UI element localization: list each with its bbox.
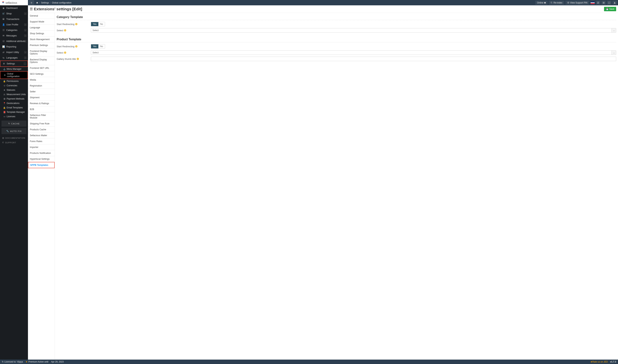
languages-icon: ⇆	[2, 56, 5, 59]
nav-email-templates[interactable]: 🔒Email Templates	[0, 105, 28, 110]
home-icon[interactable]	[36, 2, 38, 4]
nav-messages[interactable]: ✉Messages+	[0, 33, 28, 39]
toggle-yes[interactable]: Yes	[91, 44, 98, 48]
nav-statuses[interactable]: ★Statuses	[0, 88, 28, 92]
tab-frontend-display[interactable]: Frontend Display Options	[28, 48, 55, 57]
tab-sellacious-mailer[interactable]: Sellacious Mailer	[28, 132, 55, 138]
star-icon: ★	[26, 361, 27, 363]
nav-geolocations[interactable]: 📍Geolocations	[0, 101, 28, 105]
tab-frontend-sef[interactable]: Frontend SEF URL	[28, 65, 55, 71]
info-icon[interactable]: i	[64, 29, 66, 31]
tab-premium-settings[interactable]: Premium Settings	[28, 42, 55, 48]
tab-hyperlocal-settings[interactable]: Hyperlocal Settings	[28, 156, 55, 162]
tab-registration[interactable]: Registration	[28, 83, 55, 89]
expand-icon[interactable]: +	[24, 35, 26, 37]
input-gallery-thumb-title[interactable]	[91, 57, 616, 61]
tab-backend-display[interactable]: Backend Display Options	[28, 57, 55, 65]
nav-licenses[interactable]: ▭Licenses	[0, 114, 28, 119]
tab-shop-settings[interactable]: Shop Settings	[28, 31, 55, 37]
tab-shipment[interactable]: Shipment	[28, 95, 55, 101]
toggle-start-redirecting-cat[interactable]: Yes No	[91, 22, 105, 26]
info-icon[interactable]: i	[77, 58, 79, 60]
expand-icon[interactable]: +	[24, 24, 26, 26]
tab-filter-module[interactable]: Sellacious Filter Module	[28, 112, 55, 121]
label-start-redirecting-cat: Start Redirecting i	[57, 23, 91, 26]
tab-products-cache[interactable]: Products Cache	[28, 127, 55, 132]
expand-icon[interactable]: +	[24, 29, 26, 31]
nav-user-profile[interactable]: 👤User Profile+	[0, 22, 28, 27]
nav-menu-manager[interactable]: ⚓Menu Manager	[0, 67, 28, 71]
tab-general[interactable]: General	[28, 13, 55, 19]
nav-template-manager[interactable]: 📕Template Manager	[0, 110, 28, 114]
select-prod-template[interactable]: Select ⌄	[91, 51, 616, 55]
nav-shop[interactable]: 🛒Shop+	[0, 11, 28, 16]
tab-forex-rates[interactable]: Forex Rates	[28, 138, 55, 144]
toggle-yes[interactable]: Yes	[91, 22, 98, 26]
tab-products-notification[interactable]: Products Notification	[28, 150, 55, 156]
doc-icon: ▤	[2, 137, 4, 139]
tab-reviews-ratings[interactable]: Reviews & Ratings	[28, 101, 55, 106]
online-status[interactable]: Online	[535, 1, 548, 5]
nav-payment-methods[interactable]: 🏛Payment Methods	[0, 97, 28, 101]
info-icon[interactable]: i	[75, 45, 77, 48]
nav-additional-attribute[interactable]: ☑Additional attribute+	[0, 39, 28, 44]
select-cat-template[interactable]: Select ⌄	[91, 28, 616, 33]
toggle-no[interactable]: No	[98, 22, 105, 26]
nav-categories[interactable]: ☷Categories+	[0, 27, 28, 33]
documentation-link[interactable]: ▤ DOCUMENTATION	[1, 136, 26, 140]
logo-text: sellacious	[5, 1, 17, 4]
tab-importer[interactable]: Importer	[28, 144, 55, 150]
nav-reporting[interactable]: 📊Reporting	[0, 44, 28, 50]
tab-shipping-free[interactable]: Shipping Free Rule	[28, 121, 55, 127]
expand-icon[interactable]: +	[24, 51, 26, 53]
rate-on-jed-link[interactable]: Rate us on JED	[592, 361, 608, 363]
transactions-icon: 🏛	[2, 18, 5, 20]
toggle-no[interactable]: No	[98, 44, 105, 48]
user-icon[interactable]	[613, 1, 617, 5]
nav-currencies[interactable]: ⊙Currencies	[0, 83, 28, 88]
nav-import-utility[interactable]: ⇄Import Utility+	[0, 50, 28, 55]
info-icon[interactable]: i	[75, 23, 77, 25]
joomla-icon[interactable]	[601, 1, 606, 5]
tab-support-mode[interactable]: Support Mode	[28, 19, 55, 25]
nav-transactions[interactable]: 🏛Transactions	[0, 16, 28, 22]
view-support-pin-button[interactable]: View Support PIN	[566, 1, 590, 5]
expand-icon[interactable]: +	[24, 57, 26, 59]
nav-languages[interactable]: ⇆Languages+	[0, 55, 28, 61]
tab-media[interactable]: Media	[28, 77, 55, 83]
nav-settings[interactable]: ⚙Settings−	[0, 61, 28, 67]
tab-language[interactable]: Language	[28, 25, 55, 31]
info-icon[interactable]: i	[64, 52, 66, 54]
toggle-start-redirecting-prod[interactable]: Yes No	[91, 44, 105, 49]
chevron-down-icon: ⌄	[612, 51, 616, 55]
svg-point-2	[568, 2, 568, 3]
shop-icon: 🛒	[2, 12, 5, 15]
label-select-prod: Select i	[57, 51, 91, 54]
language-flag[interactable]	[591, 1, 595, 5]
chevron-down-icon: ⌄	[612, 28, 616, 32]
nav-dashboard[interactable]: ◉Dashboard	[0, 5, 28, 11]
collapse-icon[interactable]: −	[24, 63, 26, 65]
tab-stock-management[interactable]: Stock Management	[28, 37, 55, 42]
tab-sppb-templates[interactable]: SPPB Templates	[28, 162, 55, 168]
external-link-icon[interactable]	[596, 1, 600, 5]
breadcrumb-settings[interactable]: Settings	[41, 1, 49, 4]
nav-permissions[interactable]: 🔒Permissions	[0, 79, 28, 83]
tab-seller[interactable]: Seller	[28, 89, 55, 95]
cache-button[interactable]: ↻ CACHE	[1, 120, 26, 127]
fullscreen-icon[interactable]	[607, 1, 611, 5]
expand-icon[interactable]: +	[24, 13, 26, 15]
support-link[interactable]: ✆ SUPPORT	[1, 140, 26, 145]
user-profile-icon: 👤	[2, 23, 5, 26]
save-button[interactable]: 💾 Save	[604, 7, 616, 11]
nav-global-config[interactable]: ⚙Global configuration	[0, 71, 28, 79]
tab-seo-settings[interactable]: SEO Settings	[28, 71, 55, 77]
reindex-button[interactable]: Re-index	[549, 1, 564, 5]
logo[interactable]: sellacious	[1, 1, 17, 4]
autofix-button[interactable]: 🔧 AUTO FIX	[1, 128, 26, 134]
expand-icon[interactable]: +	[24, 40, 26, 42]
tab-b2b[interactable]: B2B	[28, 106, 55, 112]
nav-measurement-units[interactable]: ⚖Measurement Units	[0, 92, 28, 97]
back-button[interactable]	[29, 0, 34, 5]
reporting-icon: 📊	[2, 45, 5, 48]
